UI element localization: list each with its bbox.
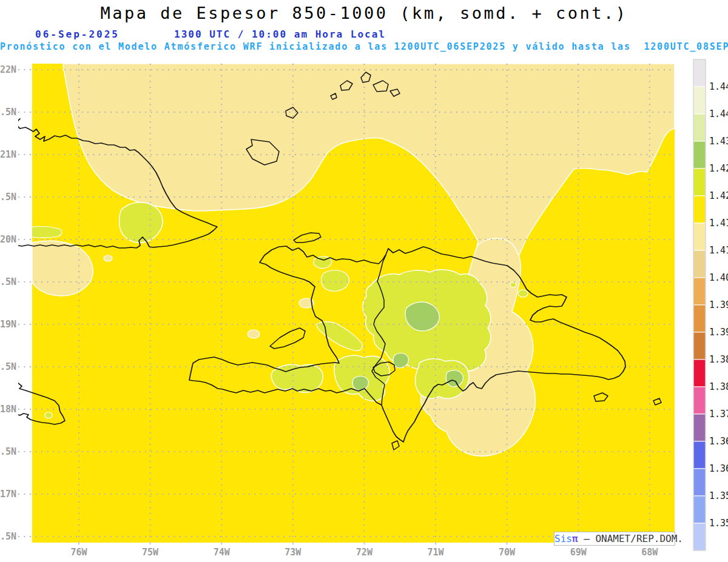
- colorbar-tick-label: 1.386: [709, 354, 728, 365]
- onamet-thickness-map: Mapa de Espesor 850-1000 (km, somd. + co…: [0, 0, 728, 562]
- colorbar-segment: [693, 523, 706, 550]
- x-axis-label: 75W: [142, 547, 159, 558]
- dark-green-core: [393, 353, 408, 368]
- colorbar-segment: [693, 332, 706, 360]
- y-axis-label: 1.5N: [0, 107, 16, 118]
- colorbar-tick-label: 1.38: [709, 381, 728, 392]
- green-spot-ne-dr: [510, 283, 516, 287]
- y-axis-label: 9.5N: [0, 276, 16, 287]
- colorbar: 1.4461.441.4341.4281.4221.4161.411.4041.…: [693, 59, 728, 550]
- watermark-box: Sisπ – ONAMET/REP.DOM.: [554, 532, 675, 546]
- x-axis-label: 70W: [499, 547, 516, 558]
- green-region-sierra-maestra: [22, 227, 62, 238]
- colorbar-segment: [693, 196, 706, 223]
- x-axis-label: 76W: [70, 547, 87, 558]
- y-axis-label: 22N: [0, 64, 16, 75]
- colorbar-tick-label: 1.374: [709, 409, 728, 420]
- colorbar-tick-label: 1.368: [709, 436, 728, 447]
- colorbar-segment: [693, 360, 706, 387]
- colorbar-segment: [693, 441, 706, 469]
- dark-green-core-central: [405, 302, 439, 331]
- x-axis-label: 72W: [356, 547, 373, 558]
- colorbar-tick-label: 1.434: [709, 136, 728, 147]
- colorbar-segment: [693, 387, 706, 414]
- x-axis-label: 69W: [570, 547, 587, 558]
- y-axis-label: 21N: [0, 149, 16, 160]
- colorbar-segment: [693, 496, 706, 523]
- colorbar-segment: [693, 169, 706, 196]
- colorbar-tick-label: 1.44: [709, 109, 728, 119]
- colorbar-tick-label: 1.35: [709, 518, 728, 529]
- y-axis-label: 7.5N: [0, 446, 16, 457]
- y-axis-label: 18N: [0, 404, 16, 415]
- colorbar-tick-label: 1.422: [709, 190, 728, 201]
- watermark-org: – ONAMET/REP.DOM.: [578, 533, 683, 544]
- y-axis-label: 20N: [0, 234, 16, 245]
- green-region-north-haiti-b: [321, 270, 349, 292]
- colorbar-segment: [693, 305, 706, 332]
- cream-spot: [248, 330, 260, 338]
- x-axis-label: 68W: [641, 547, 658, 558]
- dark-green-core-bahoruco: [352, 376, 368, 390]
- colorbar-segment: [693, 250, 706, 278]
- colorbar-tick-label: 1.404: [709, 272, 728, 283]
- colorbar-tick-label: 1.392: [709, 327, 728, 338]
- x-axis-label: 73W: [285, 547, 302, 558]
- colorbar-segment: [693, 469, 706, 496]
- green-spot-jamaica: [45, 412, 52, 418]
- colorbar-tick-label: 1.41: [709, 245, 728, 256]
- y-axis-label: 6.5N: [0, 531, 16, 542]
- colorbar-tick-label: 1.428: [709, 163, 728, 174]
- colorbar-segment: [693, 59, 706, 87]
- colorbar-segment: [693, 223, 706, 250]
- colorbar-tick-label: 1.398: [709, 299, 728, 310]
- colorbar-segment: [693, 278, 706, 305]
- y-axis-label: 19N: [0, 319, 16, 330]
- colorbar-segment: [693, 87, 706, 114]
- colorbar-tick-label: 1.362: [709, 463, 728, 474]
- y-axis-label: 0.5N: [0, 192, 16, 202]
- colorbar-segment: [693, 141, 706, 169]
- colorbar-segment: [693, 114, 706, 141]
- colorbar-tick-label: 1.356: [709, 490, 728, 501]
- colorbar-tick-label: 1.416: [709, 218, 728, 229]
- colorbar-tick-label: 1.446: [709, 81, 728, 92]
- y-axis-label: 17N: [0, 489, 16, 500]
- x-axis-label: 71W: [427, 547, 444, 558]
- watermark-brand-sis: Sis: [554, 533, 572, 544]
- dark-green-core: [446, 370, 463, 387]
- green-spot-ne-dr: [518, 290, 528, 297]
- watermark-brand-pi: π: [572, 533, 578, 544]
- x-axis-label: 74W: [214, 547, 231, 558]
- map-canvas: 22N1.5N21N0.5N20N9.5N19N8.5N18N7.5N17N6.…: [0, 0, 728, 562]
- cream-spot: [104, 255, 112, 261]
- colorbar-segment: [693, 414, 706, 441]
- y-axis-label: 8.5N: [0, 361, 16, 372]
- contour-fills: [22, 64, 675, 543]
